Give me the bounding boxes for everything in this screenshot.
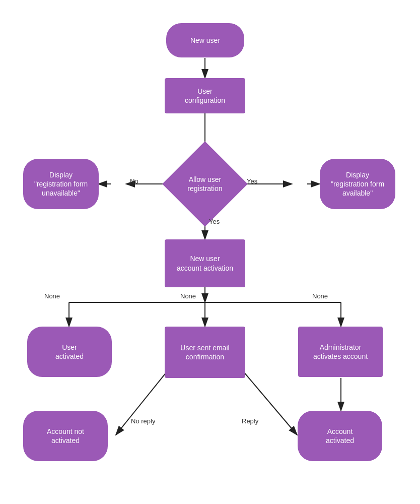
label-none2: None: [180, 292, 196, 300]
label-reply: Reply: [242, 417, 258, 425]
label-yes-right: Yes: [247, 177, 257, 185]
new-user-node: New user: [166, 23, 244, 57]
label-no-reply: No reply: [131, 417, 155, 425]
label-none1: None: [44, 292, 60, 300]
display-avail-node: Display "registration form available": [320, 159, 395, 209]
label-yes-down: Yes: [209, 218, 220, 225]
new-user-activation-node: New user account activation: [165, 239, 245, 287]
label-none3: None: [312, 292, 328, 300]
display-unavail-node: Display "registration form unavailable": [23, 159, 99, 209]
account-not-activated-node: Account not activated: [23, 411, 108, 461]
user-activated-node: User activated: [27, 327, 112, 377]
label-no: No: [130, 177, 138, 185]
account-activated-node: Account activated: [298, 411, 382, 461]
user-config-node: User configuration: [165, 78, 245, 113]
user-sent-email-node: User sent email confirmation: [165, 327, 245, 378]
admin-activates-node: Administrator activates account: [298, 327, 383, 377]
allow-reg-diamond: Allow user registration: [175, 154, 235, 214]
flowchart-diagram: New user User configuration Allow user r…: [0, 0, 420, 504]
